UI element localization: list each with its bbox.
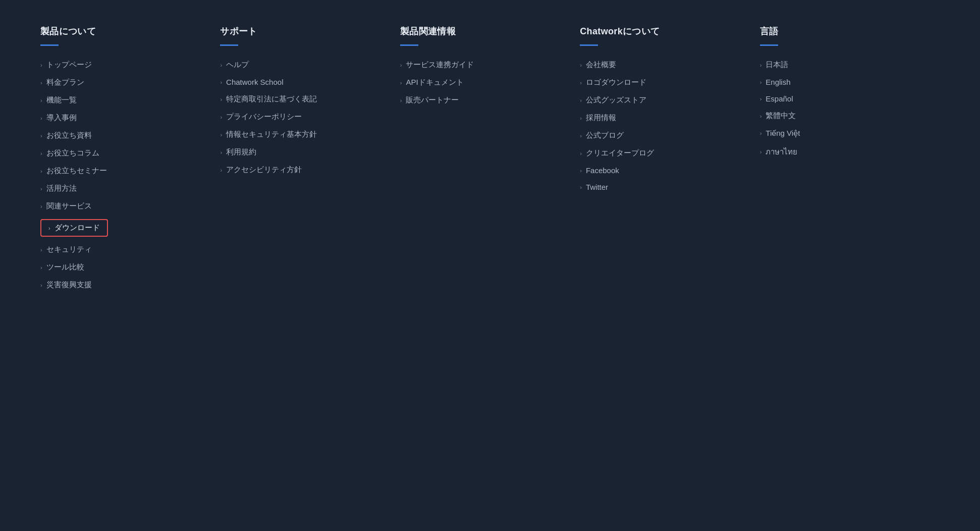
footer-column-products: 製品について›トップページ›料金プラン›機能一覧›導入事例›お役立ち資料›お役立…	[40, 25, 220, 298]
column-divider-product-info	[400, 44, 418, 46]
nav-item-info-security: ›情報セキュリティ基本方針	[220, 130, 379, 139]
nav-link-lang-es[interactable]: ›Español	[760, 94, 793, 103]
nav-item-lang-th: ›ภาษาไทย	[760, 146, 919, 158]
nav-link-twitter[interactable]: ›Twitter	[580, 183, 608, 191]
nav-link-lang-th[interactable]: ›ภาษาไทย	[760, 146, 798, 158]
nav-link-label-lang-es: Español	[766, 94, 793, 103]
nav-link-chatwork-school[interactable]: ›Chatwork School	[220, 78, 283, 86]
nav-link-disaster-support[interactable]: ›災害復興支援	[40, 280, 92, 290]
chevron-icon: ›	[40, 264, 42, 271]
nav-link-sales-partner[interactable]: ›販売パートナー	[400, 95, 459, 105]
nav-link-lang-zh[interactable]: ›繁體中文	[760, 111, 796, 121]
nav-link-label-privacy-policy: プライバシーポリシー	[226, 112, 302, 122]
nav-link-careers[interactable]: ›採用情報	[580, 113, 616, 123]
nav-item-disaster-support: ›災害復興支援	[40, 280, 200, 290]
chevron-icon: ›	[580, 80, 582, 86]
chevron-icon: ›	[400, 97, 402, 103]
nav-link-label-creator-blog: クリエイタープログ	[586, 148, 654, 158]
nav-link-privacy-policy[interactable]: ›プライバシーポリシー	[220, 112, 302, 122]
chevron-icon: ›	[580, 150, 582, 156]
nav-link-security[interactable]: ›セキュリティ	[40, 245, 92, 254]
chevron-icon: ›	[40, 97, 42, 103]
nav-item-twitter: ›Twitter	[580, 183, 739, 191]
nav-item-seminar: ›お役立ちセミナー	[40, 166, 200, 176]
nav-link-label-lang-ja: 日本語	[766, 60, 788, 70]
nav-link-api-docs[interactable]: ›APIドキュメント	[400, 78, 464, 87]
column-divider-language	[760, 44, 778, 46]
nav-link-creator-blog[interactable]: ›クリエイタープログ	[580, 148, 654, 158]
nav-item-specified-commercial: ›特定商取引法に基づく表記	[220, 94, 379, 104]
chevron-icon: ›	[220, 167, 222, 173]
nav-link-column[interactable]: ›お役立ちコラム	[40, 148, 99, 158]
column-divider-products	[40, 44, 59, 46]
nav-link-lang-en[interactable]: ›English	[760, 78, 791, 86]
footer-column-about-chatwork: Chatworkについて›会社概要›ロゴダウンロード›公式グッズストア›採用情報…	[580, 25, 759, 298]
nav-link-label-facebook: Facebook	[586, 166, 619, 175]
nav-link-features[interactable]: ›機能一覧	[40, 95, 77, 105]
nav-link-accessibility[interactable]: ›アクセシビリティ方針	[220, 165, 302, 175]
nav-link-usage[interactable]: ›活用方法	[40, 184, 77, 193]
nav-item-pricing: ›料金プラン	[40, 78, 200, 87]
column-divider-about-chatwork	[580, 44, 598, 46]
chevron-icon: ›	[220, 96, 222, 102]
nav-link-download[interactable]: ›ダウンロード	[40, 219, 108, 237]
nav-link-label-lang-zh: 繁體中文	[766, 111, 796, 121]
nav-link-seminar[interactable]: ›お役立ちセミナー	[40, 166, 107, 176]
footer-column-product-info: 製品関連情報›サービス連携ガイド›APIドキュメント›販売パートナー	[400, 25, 580, 298]
nav-item-resources: ›お役立ち資料	[40, 131, 200, 140]
nav-item-tool-comparison: ›ツール比較	[40, 262, 200, 272]
nav-link-specified-commercial[interactable]: ›特定商取引法に基づく表記	[220, 94, 317, 104]
nav-list-about-chatwork: ›会社概要›ロゴダウンロード›公式グッズストア›採用情報›公式ブログ›クリエイタ…	[580, 60, 739, 191]
nav-item-download: ›ダウンロード	[40, 219, 200, 237]
nav-link-label-download: ダウンロード	[55, 223, 100, 233]
nav-list-product-info: ›サービス連携ガイド›APIドキュメント›販売パートナー	[400, 60, 560, 105]
nav-link-related-services[interactable]: ›関連サービス	[40, 201, 92, 211]
nav-item-lang-es: ›Español	[760, 94, 919, 103]
nav-link-label-features: 機能一覧	[46, 95, 77, 105]
nav-link-label-pricing: 料金プラン	[46, 78, 84, 87]
nav-item-api-docs: ›APIドキュメント	[400, 78, 560, 87]
nav-link-facebook[interactable]: ›Facebook	[580, 166, 619, 175]
nav-item-features: ›機能一覧	[40, 95, 200, 105]
nav-item-terms: ›利用規約	[220, 147, 379, 157]
nav-item-chatwork-school: ›Chatwork School	[220, 78, 379, 86]
column-heading-language: 言語	[760, 25, 919, 37]
chevron-icon: ›	[40, 62, 42, 68]
chevron-icon: ›	[220, 62, 222, 68]
nav-link-lang-vi[interactable]: ›Tiếng Việt	[760, 129, 800, 138]
nav-link-tool-comparison[interactable]: ›ツール比較	[40, 262, 84, 272]
nav-link-help[interactable]: ›ヘルプ	[220, 60, 249, 70]
chevron-icon: ›	[40, 115, 42, 121]
nav-link-label-disaster-support: 災害復興支援	[46, 280, 92, 290]
nav-list-support: ›ヘルプ›Chatwork School›特定商取引法に基づく表記›プライバシー…	[220, 60, 379, 175]
nav-link-lang-ja[interactable]: ›日本語	[760, 60, 789, 70]
nav-link-label-chatwork-school: Chatwork School	[226, 78, 283, 86]
nav-link-official-blog[interactable]: ›公式ブログ	[580, 131, 624, 140]
nav-link-resources[interactable]: ›お役立ち資料	[40, 131, 92, 140]
nav-link-label-top-page: トップページ	[46, 60, 92, 70]
nav-link-top-page[interactable]: ›トップページ	[40, 60, 92, 70]
nav-list-products: ›トップページ›料金プラン›機能一覧›導入事例›お役立ち資料›お役立ちコラム›お…	[40, 60, 200, 290]
chevron-icon: ›	[580, 62, 582, 68]
nav-link-terms[interactable]: ›利用規約	[220, 147, 256, 157]
nav-link-logo-download[interactable]: ›ロゴダウンロード	[580, 78, 646, 87]
chevron-icon: ›	[48, 225, 50, 231]
nav-link-label-usage: 活用方法	[46, 184, 77, 193]
nav-link-label-help: ヘルプ	[226, 60, 249, 70]
nav-link-info-security[interactable]: ›情報セキュリティ基本方針	[220, 130, 317, 139]
nav-link-pricing[interactable]: ›料金プラン	[40, 78, 84, 87]
chevron-icon: ›	[580, 184, 582, 190]
nav-link-company-overview[interactable]: ›会社概要	[580, 60, 616, 70]
chevron-icon: ›	[400, 62, 402, 68]
nav-item-related-services: ›関連サービス	[40, 201, 200, 211]
nav-link-label-lang-en: English	[766, 78, 790, 86]
nav-link-goods-store[interactable]: ›公式グッズストア	[580, 95, 646, 105]
nav-link-case-studies[interactable]: ›導入事例	[40, 113, 77, 123]
chevron-icon: ›	[760, 113, 762, 119]
nav-link-integration-guide[interactable]: ›サービス連携ガイド	[400, 60, 474, 70]
chevron-icon: ›	[580, 168, 582, 174]
chevron-icon: ›	[40, 150, 42, 156]
nav-item-facebook: ›Facebook	[580, 166, 739, 175]
nav-link-label-official-blog: 公式ブログ	[586, 131, 624, 140]
nav-link-label-company-overview: 会社概要	[586, 60, 616, 70]
